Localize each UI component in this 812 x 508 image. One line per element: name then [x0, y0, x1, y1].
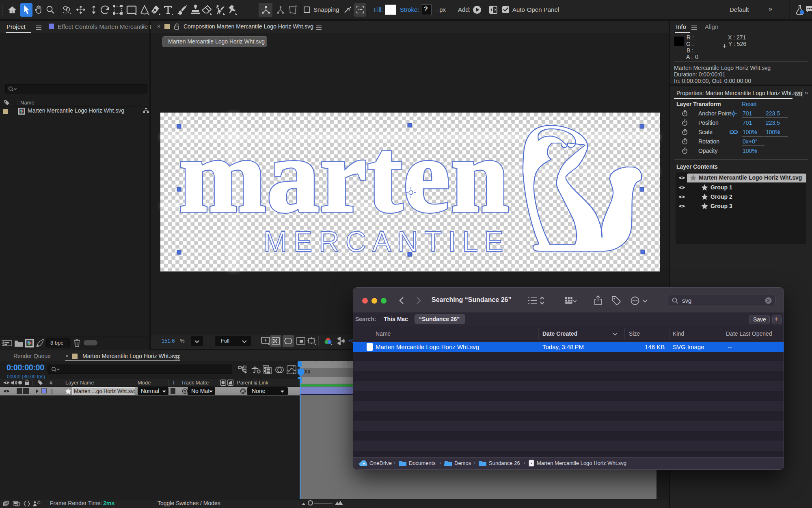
svg-text:★: ★	[530, 462, 532, 465]
